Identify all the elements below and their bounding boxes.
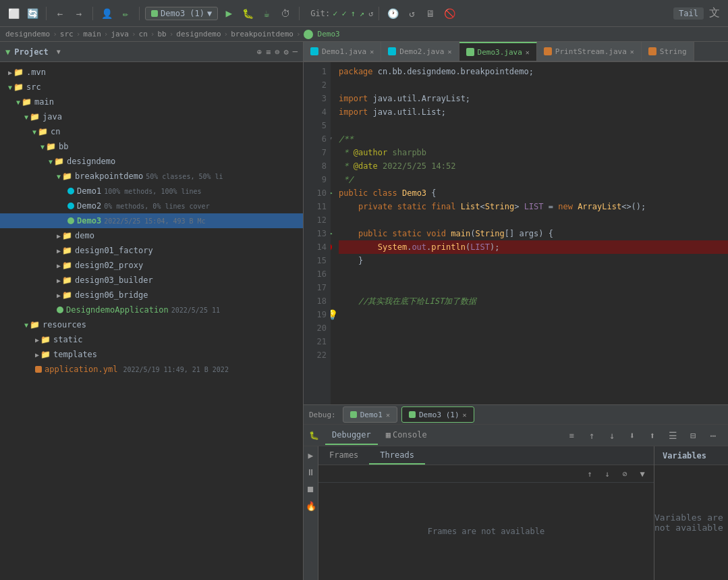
tree-meta-demo3: 2022/5/25 15:04, 493 B Mc (104, 217, 206, 225)
tree-item-demo3[interactable]: Demo3 2022/5/25 15:04, 493 B Mc (0, 213, 303, 228)
tab-string[interactable]: String (642, 42, 694, 61)
tab-close-demo3[interactable]: ✕ (526, 49, 530, 56)
bc-demo3[interactable]: Demo3 (318, 30, 340, 38)
tab-printstream[interactable]: PrintStream.java ✕ (537, 42, 642, 61)
debug-bottom-content: ▶ ⏸ ⏹ 🔥 Frames Threads (304, 446, 728, 580)
lds-restart-icon[interactable]: 🔥 (306, 501, 316, 511)
tree-arrow-breakpointdemo: ▼ (57, 173, 61, 180)
tree-item-designdemo[interactable]: ▼ 📁 designdemo (0, 154, 303, 169)
proj-minimize-icon[interactable]: ─ (293, 47, 298, 57)
toolbar-pencil-btn[interactable]: ✏️ (117, 5, 134, 22)
tree-item-src[interactable]: ▼ 📁 src (0, 80, 303, 95)
toolbar-clock-icon[interactable]: 🕐 (385, 5, 401, 22)
proj-gear-icon[interactable]: ⚙ (284, 47, 289, 57)
tab-demo2[interactable]: Demo2.java ✕ (381, 42, 459, 61)
git-refresh-icon[interactable]: ↺ (368, 9, 373, 18)
git-commit-icon[interactable]: ✓ (341, 9, 346, 18)
toolbar-coverage-btn[interactable]: ☕ (258, 5, 275, 22)
proj-add-icon[interactable]: ⊕ (257, 47, 262, 57)
toolbar-translate-btn[interactable]: 文 (706, 5, 723, 22)
tree-item-design06[interactable]: ▶ 📁 design06_bridge (0, 288, 303, 302)
dbg-btn-step-up[interactable]: ↑ (582, 426, 601, 445)
ft-btn-options[interactable]: ▼ (635, 467, 650, 481)
ft-btn-up[interactable]: ↑ (582, 467, 597, 481)
bc-src[interactable]: src (60, 30, 74, 38)
dbg-btn-run-to-cursor[interactable]: ☰ (663, 426, 682, 445)
tab-close-demo2[interactable]: ✕ (448, 48, 452, 55)
tree-item-mvn[interactable]: ▶ 📁 .mvn (0, 65, 303, 80)
bc-designdemo[interactable]: designdemo (5, 30, 50, 38)
breakpoint-dot-14 (331, 243, 332, 251)
tree-item-demo1[interactable]: Demo1 100% methods, 100% lines (0, 184, 303, 199)
dbg-btn-step-down[interactable]: ↓ (603, 426, 621, 445)
tab-close-demo1[interactable]: ✕ (370, 48, 374, 55)
run-config-dropdown[interactable]: Demo3 (1) ▼ (145, 7, 218, 20)
tree-item-designdemoapp[interactable]: DesigndemoApplication 2022/5/25 11 (0, 302, 303, 317)
tree-item-demo[interactable]: ▶ 📁 demo (0, 228, 303, 243)
tree-item-bb[interactable]: ▼ 📁 bb (0, 139, 303, 154)
tree-item-resources[interactable]: ▼ 📁 resources (0, 317, 303, 332)
ft-btn-filter[interactable]: ⊘ (617, 467, 632, 481)
bc-java[interactable]: java (111, 30, 129, 38)
tree-item-design01[interactable]: ▶ 📁 design01_factory (0, 243, 303, 258)
tree-item-appyml[interactable]: application.yml 2022/5/19 11:49, 21 B 20… (0, 362, 303, 377)
toolbar-profile-btn[interactable]: ⏱ (277, 5, 293, 22)
tree-item-static[interactable]: ▶ 📁 static (0, 332, 303, 347)
tree-item-java[interactable]: ▼ 📁 java (0, 109, 303, 124)
proj-collapse-icon[interactable]: ≡ (266, 47, 271, 57)
code-content[interactable]: package cn.bb.designdemo.breakpointdemo;… (331, 62, 728, 404)
dbg-btn-more[interactable]: ⋯ (704, 426, 723, 445)
toolbar-refresh-btn[interactable]: 🔄 (24, 5, 40, 22)
ft-tab-threads[interactable]: Threads (369, 446, 425, 465)
tree-item-design02[interactable]: ▶ 📁 design02_proxy (0, 258, 303, 273)
debug-session-demo1-close[interactable]: ✕ (386, 411, 390, 419)
debug-label: Debug: (309, 411, 336, 419)
tab-demo3[interactable]: Demo3.java ✕ (459, 42, 537, 61)
tree-item-design03[interactable]: ▶ 📁 design03_builder (0, 273, 303, 288)
debug-toolbar: 🐛 Debugger ▦ Console ≡ ↑ ↓ ⬇ ⬆ ☰ ⊟ (304, 425, 728, 446)
toolbar-forward-btn[interactable]: → (71, 5, 87, 22)
debug-session-demo3-close[interactable]: ✕ (463, 411, 467, 419)
git-push-icon[interactable]: ↑ (351, 9, 356, 18)
tab-close-printstream[interactable]: ✕ (630, 48, 634, 55)
toolbar-layout-btn[interactable]: ⬜ (5, 5, 22, 22)
toolbar-screen-btn[interactable]: 🖥 (422, 5, 439, 22)
git-pull-icon[interactable]: ↗ (360, 9, 364, 18)
toolbar-user-btn[interactable]: 👤 (99, 5, 115, 22)
dbg-btn-step-out[interactable]: ⬆ (643, 426, 662, 445)
dbg-tab-debugger[interactable]: Debugger (325, 426, 378, 445)
dbg-btn-evaluate[interactable]: ⊟ (683, 426, 702, 445)
lds-pause-icon[interactable]: ⏸ (306, 467, 315, 477)
tree-item-demo2[interactable]: Demo2 0% methods, 0% lines cover (0, 199, 303, 213)
tree-item-main[interactable]: ▼ 📁 main (0, 95, 303, 109)
bc-breakpointdemo[interactable]: breakpointdemo (231, 30, 293, 38)
ft-btn-down[interactable]: ↓ (600, 467, 615, 481)
bc-bb[interactable]: bb (157, 30, 166, 38)
ft-tab-frames[interactable]: Frames (318, 446, 369, 465)
tree-item-templates[interactable]: ▶ 📁 templates (0, 347, 303, 362)
tail-label[interactable]: Tail (673, 7, 704, 20)
toolbar-run-btn[interactable]: ▶ (221, 5, 237, 22)
dbg-btn-layout[interactable]: ≡ (562, 426, 581, 445)
bc-designdemo2[interactable]: designdemo (176, 30, 221, 38)
dbg-tab-console[interactable]: ▦ Console (379, 426, 434, 445)
tree-item-breakpointdemo[interactable]: ▼ 📁 breakpointdemo 50% classes, 50% li (0, 169, 303, 184)
frames-body: Frames are not available (318, 483, 654, 580)
toolbar-separator-5 (379, 7, 379, 20)
toolbar-back-btn[interactable]: ← (52, 5, 68, 22)
lds-stop-icon[interactable]: ⏹ (306, 484, 315, 494)
bc-main[interactable]: main (83, 30, 101, 38)
toolbar-debug-btn[interactable]: 🐛 (240, 5, 256, 22)
debug-session-demo3[interactable]: Demo3 (1) ✕ (401, 406, 474, 423)
proj-scroll-icon[interactable]: ⊜ (275, 47, 279, 57)
git-fetch-icon[interactable]: ✓ (333, 9, 337, 18)
dbg-btn-step-into[interactable]: ⬇ (623, 426, 642, 445)
toolbar-stop-btn[interactable]: 🚫 (441, 5, 457, 22)
tree-item-cn[interactable]: ▼ 📁 cn (0, 124, 303, 139)
debug-session-demo1[interactable]: Demo1 ✕ (343, 406, 397, 423)
bc-cn[interactable]: cn (139, 30, 148, 38)
lds-resume-icon[interactable]: ▶ (308, 450, 314, 460)
tab-demo1[interactable]: Demo1.java ✕ (304, 42, 381, 61)
debug-bug-icon[interactable]: 🐛 (309, 431, 321, 440)
toolbar-undo-btn[interactable]: ↺ (403, 5, 420, 22)
